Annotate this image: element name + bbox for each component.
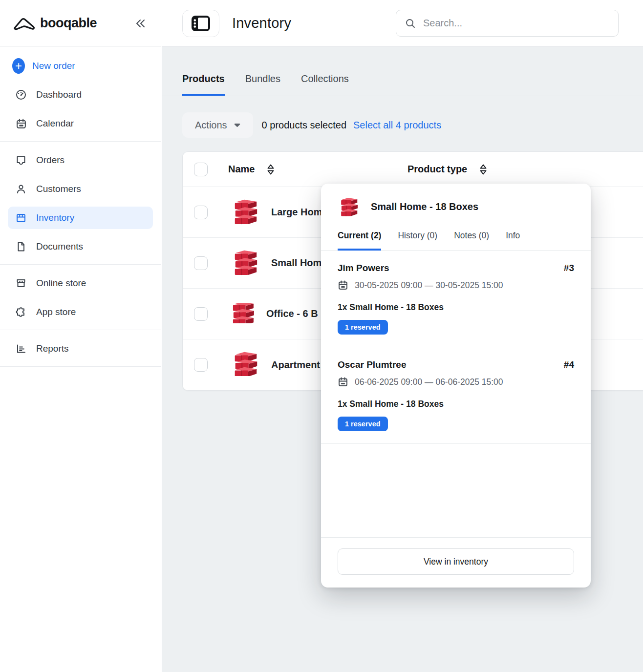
popover-header: Small Home - 18 Boxes	[321, 184, 591, 217]
search-box[interactable]	[396, 10, 619, 37]
sidebar-item-documents[interactable]: Documents	[8, 235, 153, 258]
toolbar: Actions 0 products selected Select all 4…	[182, 112, 643, 138]
reserved-badge: 1 reserved	[338, 320, 388, 335]
sidebar-item-label: Online store	[36, 278, 86, 289]
booking-period: 06-06-2025 09:00 — 06-06-2025 15:00	[338, 377, 574, 387]
sidebar-item-label: Orders	[36, 155, 64, 166]
booking-header: Jim Powers #3	[338, 263, 574, 273]
sidebar-item-customers[interactable]: Customers	[8, 178, 153, 200]
sidebar-item-dashboard[interactable]: Dashboard	[8, 84, 153, 106]
popover-spacer	[321, 444, 591, 537]
product-name: Small Hom	[271, 257, 322, 269]
popover-footer: View in inventory	[321, 537, 591, 588]
sidebar-collapse-button[interactable]	[133, 18, 148, 29]
sidebar-item-label: Reports	[36, 343, 69, 354]
popover-tab-history[interactable]: History (0)	[398, 231, 437, 251]
tab-bundles[interactable]: Bundles	[245, 73, 280, 96]
popover-tabs: Current (2) History (0) Notes (0) Info	[321, 231, 591, 251]
booking-period-text: 30-05-2025 09:00 — 30-05-2025 15:00	[355, 280, 503, 291]
booking-line: 1x Small Home - 18 Boxes	[338, 302, 574, 313]
sidebar-divider	[0, 330, 161, 330]
sidebar-item-label: App store	[36, 307, 76, 317]
customer-name: Oscar Plumtree	[338, 359, 406, 370]
storefront-icon	[15, 277, 27, 289]
popover-title: Small Home - 18 Boxes	[371, 201, 478, 212]
row-checkbox[interactable]	[194, 206, 208, 219]
panel-icon	[191, 15, 211, 32]
product-thumbnail	[230, 352, 260, 378]
column-header-product-type-wrap: Product type	[407, 164, 488, 175]
product-thumbnail	[230, 249, 260, 278]
booking-item: Oscar Plumtree #4 06-06-2025 09:00 — 06-…	[321, 347, 591, 444]
puzzle-icon	[15, 306, 27, 318]
calendar-icon	[338, 280, 348, 291]
product-name: Apartment	[271, 359, 320, 371]
order-number: #4	[564, 359, 574, 370]
reports-chart-icon	[15, 343, 27, 355]
panel-toggle-button[interactable]	[182, 10, 219, 37]
select-all-link[interactable]: Select all 4 products	[353, 120, 441, 131]
tab-products[interactable]: Products	[182, 73, 225, 96]
document-icon	[15, 241, 27, 252]
column-header-product-type: Product type	[407, 164, 467, 175]
chevron-down-icon	[234, 123, 240, 127]
sidebar-item-reports[interactable]: Reports	[8, 337, 153, 360]
booking-item: Jim Powers #3 30-05-2025 09:00 — 30-05-2…	[321, 251, 591, 347]
sidebar-item-new-order[interactable]: + New order	[8, 55, 153, 77]
customer-name: Jim Powers	[338, 263, 389, 273]
brand-wordmark: booqable	[40, 16, 97, 31]
row-checkbox[interactable]	[194, 256, 208, 270]
sidebar-item-app-store[interactable]: App store	[8, 301, 153, 323]
product-detail-popover: Small Home - 18 Boxes Current (2) Histor…	[321, 184, 591, 588]
booking-line: 1x Small Home - 18 Boxes	[338, 399, 574, 409]
person-icon	[15, 183, 27, 195]
sidebar-nav: + New order Dashboard Calendar	[0, 47, 161, 367]
sidebar-item-orders[interactable]: Orders	[8, 149, 153, 171]
product-name: Office - 6 B	[266, 308, 318, 319]
popover-tab-current[interactable]: Current (2)	[338, 231, 381, 251]
sidebar-item-online-store[interactable]: Online store	[8, 272, 153, 294]
actions-dropdown-button[interactable]: Actions	[182, 112, 253, 138]
popover-tab-notes[interactable]: Notes (0)	[454, 231, 489, 251]
tab-collections[interactable]: Collections	[301, 73, 349, 96]
page-title: Inventory	[232, 15, 291, 31]
sidebar-item-label: Calendar	[36, 118, 74, 129]
sidebar-divider	[0, 264, 161, 265]
page: booqable + New order Dashboard	[0, 0, 643, 672]
sidebar-item-label: Documents	[36, 241, 83, 252]
orders-inbox-icon	[15, 154, 27, 166]
product-thumbnail	[230, 303, 256, 325]
calendar-icon	[338, 377, 348, 387]
sidebar-divider	[0, 141, 161, 142]
tabs-row: Products Bundles Collections	[162, 47, 643, 96]
selection-count-text: 0 products selected	[262, 120, 346, 131]
sidebar-divider	[0, 366, 161, 367]
column-header-name: Name	[228, 164, 255, 175]
view-in-inventory-button[interactable]: View in inventory	[338, 548, 574, 575]
booking-header: Oscar Plumtree #4	[338, 359, 574, 370]
row-checkbox[interactable]	[194, 307, 208, 321]
popover-tab-info[interactable]: Info	[506, 231, 520, 251]
booqable-logo-icon[interactable]	[13, 16, 35, 31]
reserved-badge: 1 reserved	[338, 417, 388, 431]
inventory-box-icon	[15, 212, 27, 224]
sort-product-type-icon[interactable]	[479, 164, 488, 175]
product-thumbnail	[230, 198, 260, 227]
logo-row: booqable	[0, 0, 161, 47]
sidebar-item-label: Customers	[36, 184, 81, 194]
topbar: Inventory	[162, 0, 643, 47]
sidebar: booqable + New order Dashboard	[0, 0, 161, 672]
actions-label: Actions	[195, 120, 227, 131]
product-thumbnail	[338, 196, 360, 217]
sidebar-item-label: Dashboard	[36, 89, 82, 100]
select-all-checkbox[interactable]	[194, 163, 208, 176]
sidebar-item-calendar[interactable]: Calendar	[8, 112, 153, 135]
search-icon	[405, 18, 416, 29]
sidebar-item-inventory[interactable]: Inventory	[8, 207, 153, 229]
search-input[interactable]	[423, 18, 609, 29]
sort-name-icon[interactable]	[266, 164, 275, 175]
row-checkbox[interactable]	[194, 358, 208, 372]
sidebar-item-label: New order	[32, 61, 75, 71]
product-name: Large Hom	[271, 207, 322, 218]
booking-period: 30-05-2025 09:00 — 30-05-2025 15:00	[338, 280, 574, 291]
